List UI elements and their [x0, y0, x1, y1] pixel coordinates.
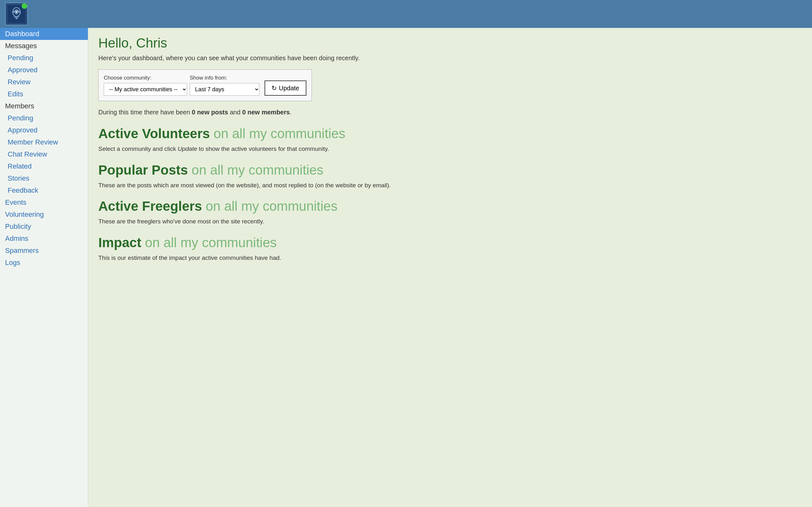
section-title-light-active-volunteers: on all my communities	[210, 126, 345, 141]
members-count: 0 new members	[242, 109, 290, 116]
stats-connector: and	[228, 109, 242, 116]
section-heading-active-freeglers: Active Freeglers on all my communities	[98, 199, 802, 214]
section-desc-active-freeglers: These are the freeglers who've done most…	[98, 217, 802, 226]
sidebar-item-feedback[interactable]: Feedback	[0, 184, 88, 196]
sidebar-item-members-header: Members	[0, 100, 88, 112]
section-active-freeglers: Active Freeglers on all my communitiesTh…	[98, 199, 802, 226]
page-title: Hello, Chris	[98, 36, 802, 51]
sections-container: Active Volunteers on all my communitiesS…	[98, 126, 802, 262]
sidebar-item-member-review[interactable]: Member Review	[0, 136, 88, 148]
section-title-light-popular-posts: on all my communities	[188, 163, 323, 177]
stats-suffix: .	[290, 109, 292, 116]
sidebar-item-edits[interactable]: Edits	[0, 88, 88, 100]
section-title-dark-impact: Impact	[98, 235, 141, 250]
section-impact: Impact on all my communitiesThis is our …	[98, 235, 802, 263]
section-title-dark-active-freeglers: Active Freeglers	[98, 199, 202, 214]
refresh-icon: ↻	[271, 84, 277, 92]
sidebar: DashboardMessagesPendingApprovedReviewEd…	[0, 28, 88, 507]
sidebar-item-stories[interactable]: Stories	[0, 172, 88, 184]
section-title-dark-active-volunteers: Active Volunteers	[98, 126, 210, 141]
section-desc-popular-posts: These are the posts which are most viewe…	[98, 181, 802, 190]
main-layout: DashboardMessagesPendingApprovedReviewEd…	[0, 28, 812, 507]
sidebar-item-approved[interactable]: Approved	[0, 64, 88, 76]
sidebar-item-chat-review[interactable]: Chat Review	[0, 148, 88, 160]
header	[0, 0, 812, 28]
sidebar-item-related[interactable]: Related	[0, 160, 88, 172]
sidebar-item-publicity[interactable]: Publicity	[0, 221, 88, 233]
stats-prefix: During this time there have been	[98, 109, 192, 116]
sidebar-item-pending[interactable]: Pending	[0, 52, 88, 64]
section-title-light-impact: on all my communities	[141, 235, 276, 250]
timeframe-label: Show info from:	[190, 75, 259, 81]
section-heading-active-volunteers: Active Volunteers on all my communities	[98, 126, 802, 141]
main-content: Hello, Chris Here's your dashboard, wher…	[88, 28, 812, 507]
section-heading-impact: Impact on all my communities	[98, 235, 802, 250]
sidebar-item-review[interactable]: Review	[0, 76, 88, 88]
sidebar-item-spammers[interactable]: Spammers	[0, 245, 88, 257]
svg-point-3	[15, 11, 17, 13]
filter-row: Choose community: -- My active communiti…	[98, 69, 312, 101]
update-button[interactable]: ↻ Update	[264, 80, 306, 96]
update-button-label: Update	[279, 84, 299, 92]
community-label: Choose community:	[104, 75, 187, 81]
community-select[interactable]: -- My active communities --	[104, 83, 187, 96]
sidebar-item-events[interactable]: Events	[0, 196, 88, 209]
sidebar-item-logs[interactable]: Logs	[0, 257, 88, 269]
section-title-dark-popular-posts: Popular Posts	[98, 163, 188, 177]
community-filter-group: Choose community: -- My active communiti…	[104, 75, 187, 96]
sidebar-item-dashboard[interactable]: Dashboard	[0, 28, 88, 40]
section-active-volunteers: Active Volunteers on all my communitiesS…	[98, 126, 802, 154]
posts-count: 0 new posts	[192, 109, 228, 116]
section-desc-active-volunteers: Select a community and click Update to s…	[98, 145, 802, 154]
page-subtitle: Here's your dashboard, where you can see…	[98, 55, 802, 62]
sidebar-item-members-pending[interactable]: Pending	[0, 112, 88, 124]
sidebar-item-messages-header: Messages	[0, 40, 88, 52]
sidebar-item-members-approved[interactable]: Approved	[0, 124, 88, 136]
timeframe-filter-group: Show info from: Last 7 daysLast 14 daysL…	[190, 75, 259, 96]
section-heading-popular-posts: Popular Posts on all my communities	[98, 163, 802, 178]
stats-line: During this time there have been 0 new p…	[98, 109, 802, 116]
sidebar-item-admins[interactable]: Admins	[0, 233, 88, 245]
sidebar-item-volunteering[interactable]: Volunteering	[0, 209, 88, 221]
section-title-light-active-freeglers: on all my communities	[202, 199, 338, 214]
logo-container	[5, 3, 28, 25]
online-indicator	[21, 3, 27, 9]
section-desc-impact: This is our estimate of the impact your …	[98, 253, 802, 263]
timeframe-select[interactable]: Last 7 daysLast 14 daysLast 30 daysLast …	[190, 83, 259, 96]
section-popular-posts: Popular Posts on all my communitiesThese…	[98, 163, 802, 190]
